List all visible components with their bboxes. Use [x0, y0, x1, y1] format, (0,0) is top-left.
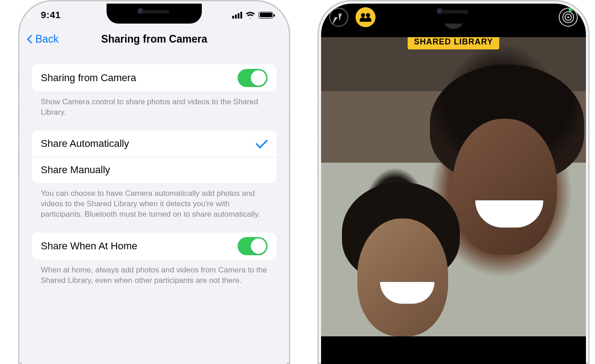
- back-button[interactable]: Back: [28, 33, 59, 45]
- shared-library-toggle-button[interactable]: [356, 7, 376, 27]
- side-power-button[interactable]: [289, 109, 290, 159]
- nav-bar: Back Sharing from Camera: [22, 26, 287, 52]
- volume-up-button[interactable]: [18, 104, 19, 136]
- back-label: Back: [35, 33, 59, 45]
- toggle-sharing-from-camera[interactable]: [238, 69, 268, 87]
- settings-content: Sharing from Camera Show Camera control …: [22, 52, 287, 286]
- camera-viewfinder[interactable]: SHARED LIBRARY: [321, 37, 586, 336]
- battery-icon: [258, 12, 273, 19]
- side-power-button[interactable]: [589, 109, 590, 159]
- row-label: Share Automatically: [41, 138, 129, 150]
- group-sharing-from-camera: Sharing from Camera: [32, 64, 277, 92]
- volume-down-button[interactable]: [18, 145, 19, 177]
- flash-button[interactable]: [329, 8, 348, 27]
- row-share-when-at-home[interactable]: Share When At Home: [32, 233, 277, 260]
- iphone-frame-camera: SHARED LIBRARY: [317, 0, 590, 364]
- camera-active-indicator-icon: [569, 8, 572, 12]
- checkmark-icon: [256, 136, 268, 148]
- display-notch: [406, 4, 501, 24]
- row-label: Share Manually: [41, 164, 110, 176]
- chevron-left-icon: [27, 34, 36, 44]
- group-share-mode: Share Automatically Share Manually: [32, 131, 277, 183]
- cellular-signal-icon: [232, 12, 242, 19]
- mute-switch[interactable]: [18, 73, 19, 91]
- footer-share-when-at-home: When at home, always add photos and vide…: [32, 265, 277, 286]
- volume-down-button[interactable]: [317, 145, 318, 177]
- settings-screen: 9:41 Back Sharing from Camera Sharing f: [22, 4, 287, 364]
- shared-library-badge: SHARED LIBRARY: [408, 37, 499, 49]
- row-share-manually[interactable]: Share Manually: [32, 157, 277, 183]
- flash-off-icon: [336, 14, 341, 21]
- status-time: 9:41: [41, 10, 61, 20]
- group-share-when-at-home: Share When At Home: [32, 233, 277, 260]
- toggle-share-when-at-home[interactable]: [238, 237, 268, 255]
- iphone-frame-settings: 9:41 Back Sharing from Camera Sharing f: [18, 0, 290, 364]
- row-sharing-from-camera[interactable]: Sharing from Camera: [32, 64, 277, 92]
- camera-screded going: SHARED LIBRARY: [321, 4, 586, 364]
- row-share-automatically[interactable]: Share Automatically: [32, 131, 277, 157]
- display-notch: [107, 4, 202, 24]
- volume-up-button[interactable]: [317, 104, 318, 136]
- viewfinder-subject: [453, 119, 557, 255]
- live-photo-button[interactable]: [559, 8, 578, 27]
- live-photo-icon: [562, 11, 574, 23]
- row-label: Share When At Home: [41, 240, 137, 252]
- page-title: Sharing from Camera: [101, 33, 207, 45]
- row-label: Sharing from Camera: [41, 72, 136, 84]
- people-icon: [360, 13, 371, 21]
- footer-share-mode: You can choose to have Camera automatica…: [32, 189, 277, 220]
- mute-switch[interactable]: [317, 73, 318, 91]
- footer-sharing-from-camera: Show Camera control to share photos and …: [32, 97, 277, 118]
- wifi-icon: [245, 11, 255, 19]
- viewfinder-subject: [357, 218, 448, 336]
